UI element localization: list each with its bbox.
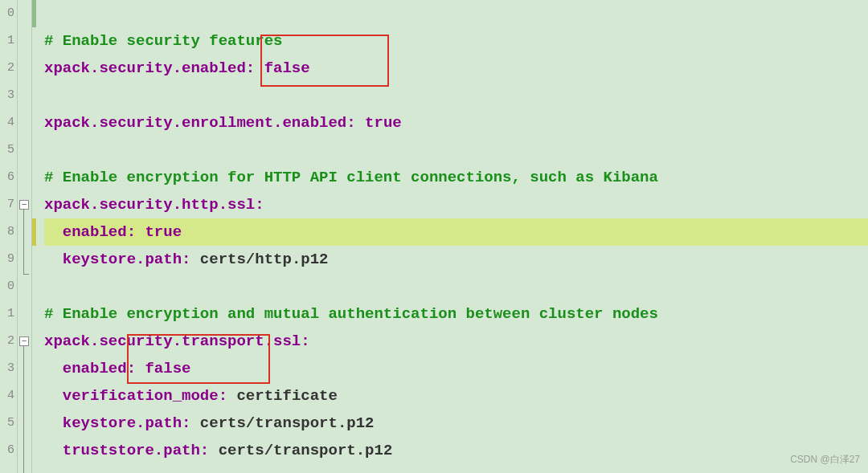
fold-guide bbox=[23, 346, 24, 473]
line-number: 4 bbox=[0, 382, 17, 410]
code-area[interactable]: # Enable security features xpack.securit… bbox=[36, 0, 868, 473]
fold-toggle-icon[interactable]: − bbox=[19, 336, 29, 346]
fold-toggle-icon[interactable]: − bbox=[19, 200, 29, 210]
yaml-comment: # Enable encryption and mutual authentic… bbox=[44, 305, 658, 323]
code-line: xpack.security.enrollment.enabled: true bbox=[44, 109, 868, 137]
code-line: xpack.security.enabled: false bbox=[44, 55, 868, 82]
line-number: 8 bbox=[0, 218, 17, 246]
line-number: 0 bbox=[0, 273, 17, 300]
fold-guide bbox=[23, 210, 24, 274]
yaml-key: xpack.security.http.ssl bbox=[44, 196, 255, 214]
line-number: 5 bbox=[0, 410, 17, 437]
line-number: 6 bbox=[0, 164, 17, 191]
code-line: enabled: false bbox=[44, 355, 868, 382]
yaml-key: truststore.path bbox=[63, 442, 200, 459]
yaml-key: enabled bbox=[63, 223, 127, 241]
code-line: verification_mode: certificate bbox=[44, 382, 868, 410]
line-number: 6 bbox=[0, 437, 17, 464]
code-line-comment: # Enable encryption for HTTP API client … bbox=[44, 164, 868, 191]
yaml-key: verification_mode bbox=[63, 387, 219, 405]
yaml-key: xpack.security.enabled bbox=[44, 59, 246, 77]
code-line bbox=[44, 0, 868, 27]
code-line: keystore.path: certs/transport.p12 bbox=[44, 410, 868, 437]
line-number-gutter: 0 1 2 3 4 5 6 7 8 9 0 1 2 3 4 5 6 bbox=[0, 0, 18, 473]
code-line-blank bbox=[44, 137, 868, 164]
code-line-comment: # Enable encryption and mutual authentic… bbox=[44, 300, 868, 328]
line-number: 4 bbox=[0, 109, 17, 137]
watermark: CSDN @白泽27 bbox=[790, 451, 860, 468]
yaml-comment: # Enable encryption for HTTP API client … bbox=[44, 169, 658, 186]
yaml-value: certs/http.p12 bbox=[200, 251, 329, 268]
fold-guide-end bbox=[23, 274, 29, 275]
yaml-key: keystore.path bbox=[63, 251, 182, 268]
code-line-blank bbox=[44, 82, 868, 109]
line-number: 5 bbox=[0, 137, 17, 164]
code-line: truststore.path: certs/transport.p12 bbox=[44, 437, 868, 464]
line-number: 9 bbox=[0, 246, 17, 273]
line-number: 2 bbox=[0, 55, 17, 82]
code-editor: 0 1 2 3 4 5 6 7 8 9 0 1 2 3 4 5 6 − − # … bbox=[0, 0, 868, 473]
yaml-value: false bbox=[264, 59, 310, 77]
yaml-key: xpack.security.transport.ssl bbox=[44, 332, 301, 350]
line-number: 3 bbox=[0, 355, 17, 382]
yaml-value: certificate bbox=[236, 387, 337, 405]
yaml-value: certs/transport.p12 bbox=[219, 442, 393, 459]
yaml-key: xpack.security.enrollment.enabled bbox=[44, 114, 346, 132]
line-number: 2 bbox=[0, 328, 17, 355]
line-number: 7 bbox=[0, 191, 17, 218]
code-line: keystore.path: certs/http.p12 bbox=[44, 246, 868, 273]
fold-column: − − bbox=[18, 0, 32, 473]
line-number: 1 bbox=[0, 27, 17, 55]
yaml-value: true bbox=[145, 223, 182, 241]
code-line-highlighted: enabled: true bbox=[44, 218, 868, 246]
yaml-key: keystore.path bbox=[63, 414, 182, 432]
yaml-value: certs/transport.p12 bbox=[200, 414, 375, 432]
code-line-blank bbox=[44, 273, 868, 300]
line-number: 1 bbox=[0, 300, 17, 328]
line-number: 3 bbox=[0, 82, 17, 109]
yaml-value: true bbox=[365, 114, 402, 132]
yaml-value: false bbox=[145, 360, 190, 377]
line-number: 0 bbox=[0, 0, 17, 27]
code-line: xpack.security.transport.ssl: bbox=[44, 328, 868, 355]
yaml-key: enabled bbox=[63, 360, 127, 377]
yaml-comment: # Enable security features bbox=[44, 32, 282, 50]
code-line-comment: # Enable security features bbox=[44, 27, 868, 55]
code-line: xpack.security.http.ssl: bbox=[44, 191, 868, 218]
